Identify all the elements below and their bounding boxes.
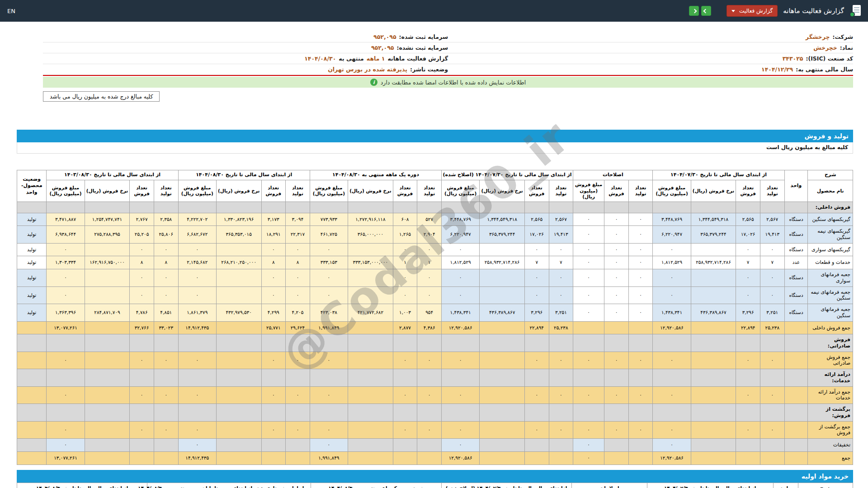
value-cell <box>480 386 525 404</box>
value-cell <box>348 243 393 256</box>
value-cell <box>604 451 629 465</box>
value-cell <box>736 439 760 452</box>
row-name-cell: گیربکسهای سواری <box>808 243 853 256</box>
value-cell: ۲۶۸,۲۱۰,۲۵۰,۰۰۰ <box>216 256 261 269</box>
value-cell: ۰ <box>310 269 348 287</box>
value-cell: ۲,۵۶۷ <box>760 213 785 226</box>
language-toggle[interactable]: EN <box>7 8 15 14</box>
status-cell <box>17 451 47 465</box>
value-cell <box>348 352 393 369</box>
value-cell: ۱۶۲,۹۱۶,۷۵۰,۰۰۰ <box>85 256 130 269</box>
value-cell: ۰ <box>549 421 573 439</box>
value-cell: ۲۵,۲۳۸ <box>549 321 573 334</box>
value-cell: ۰ <box>441 386 479 404</box>
value-cell <box>480 243 525 256</box>
value-cell: ۱,۸۱۲,۵۲۹ <box>441 256 479 269</box>
value-cell: ۰ <box>549 386 573 404</box>
header-group: اصلاحات <box>573 170 653 180</box>
value-cell <box>691 386 736 404</box>
chevron-right-icon <box>693 9 697 13</box>
value-cell: ۱۹,۴۱۳ <box>760 226 785 244</box>
value-cell: ۳,۲۵۱ <box>549 304 573 322</box>
value-cell <box>691 439 736 452</box>
value-cell: ۰ <box>441 352 479 369</box>
value-cell: ۰ <box>47 352 85 369</box>
value-cell: ۰ <box>573 451 604 465</box>
value-cell: ۰ <box>154 269 178 287</box>
materials-section-title-bar: خرید مواد اولیه <box>17 470 853 483</box>
value-cell <box>216 386 261 404</box>
value-cell: ۰ <box>573 243 604 256</box>
value-cell: ۲۹,۶۲۴ <box>286 321 310 334</box>
row-name-cell: جعبه فرمانهای سنگین <box>808 304 853 322</box>
report-icon[interactable] <box>849 5 861 17</box>
materials-header-cell: ازابتدای سال مالی تا تاریخ ۱۴۰۴/۰۷/۳۰ (ا… <box>441 483 571 488</box>
value-cell <box>348 321 393 334</box>
value-cell: ۸ <box>286 256 310 269</box>
value-cell: ۲۵,۲۳۸ <box>760 321 785 334</box>
value-cell: ۳,۲۵۱ <box>760 304 785 322</box>
header-subcol: تعداد تولید <box>154 180 178 202</box>
value-cell <box>348 439 393 452</box>
value-cell: ۰ <box>628 226 653 244</box>
chevron-down-icon <box>731 10 735 12</box>
value-cell <box>286 439 310 452</box>
nav-forward-button[interactable] <box>689 6 699 16</box>
section-row: فروش داخلی: <box>17 202 853 213</box>
value-cell: ۳,۴۷۱,۸۸۷ <box>47 213 85 226</box>
nav-back-button[interactable] <box>701 6 711 16</box>
value-cell: ۰ <box>441 243 479 256</box>
value-cell: ۰ <box>736 421 760 439</box>
value-cell: ۷ <box>736 256 760 269</box>
product-row: گیربکسهای سنگیندستگاه۲,۵۶۷۲,۵۶۵۱,۳۴۴,۵۴۹… <box>17 213 853 226</box>
value-cell <box>393 439 417 452</box>
value-cell: ۷ <box>549 256 573 269</box>
status-cell <box>17 321 47 334</box>
section-row: فروش صادراتی: <box>17 334 853 352</box>
value-cell: ۰ <box>310 286 348 304</box>
value-cell <box>480 352 525 369</box>
page-title: گزارش فعالیت ماهانه <box>783 7 844 15</box>
row-name-cell: جمع فروش صادراتی <box>808 352 853 369</box>
materials-header-cell: از ابتدای سال مالی تا تاریخ ۱۴۰۴/۰۷/۳۰ <box>647 483 773 488</box>
value-cell: ۱ <box>393 256 417 269</box>
header-subcol: تعداد فروش <box>393 180 417 202</box>
value-cell <box>85 451 130 465</box>
value-cell: ۱۹,۴۱۳ <box>549 226 573 244</box>
section-label-cell: درآمد ارائه خدمات: <box>808 369 853 387</box>
value-cell: ۰ <box>604 304 629 322</box>
signature-notice: اطلاعات نمایش داده شده با اطلاعات امضا ش… <box>43 77 853 88</box>
info-pair: سرمایه ثبت شده:۹۵۲,۰۹۵ <box>43 33 448 40</box>
value-cell: ۰ <box>604 256 629 269</box>
info-value: ۹۵۲,۰۹۵ <box>371 44 394 51</box>
value-cell: ۰ <box>549 352 573 369</box>
value-cell <box>216 243 261 256</box>
report-type-button[interactable]: گزارش فعالیت <box>726 5 778 17</box>
value-cell: ۰ <box>178 286 216 304</box>
value-cell: ۰ <box>393 269 417 287</box>
value-cell: ۱۷,۰۲۶ <box>736 226 760 244</box>
value-cell: ۰ <box>653 439 691 452</box>
header-unit: واحد <box>784 170 808 202</box>
value-cell <box>130 451 154 465</box>
value-cell: ۰ <box>736 286 760 304</box>
red-divider <box>43 75 853 76</box>
row-name-cell: خدمات و قطعات <box>808 256 853 269</box>
value-cell <box>130 439 154 452</box>
product-row: گیربکسهای سواریدستگاه۰۰۰۰۰۰۰۰۰۰۰۰۰۰۰۰۰۰ت… <box>17 243 853 256</box>
value-cell <box>691 243 736 256</box>
value-cell: ۰ <box>524 243 549 256</box>
value-cell: ۰ <box>261 352 286 369</box>
value-cell: ۴۳۲,۹۷۹,۵۳۰ <box>216 304 261 322</box>
value-cell: ۰ <box>628 213 653 226</box>
value-cell: ۴,۲۰۵ <box>286 304 310 322</box>
value-cell: ۰ <box>417 386 442 404</box>
value-cell <box>417 439 442 452</box>
value-cell <box>85 269 130 287</box>
value-cell: ۱۷,۰۲۶ <box>524 226 549 244</box>
value-cell <box>628 451 653 465</box>
value-cell: ۰ <box>628 269 653 287</box>
header-group: از ابتدای سال مالی تا تاریخ ۱۴۰۳/۰۸/۳۰ <box>47 170 178 180</box>
value-cell: ۲۵۸,۹۳۲,۷۱۴,۲۸۶ <box>691 256 736 269</box>
value-cell: ۰ <box>261 386 286 404</box>
